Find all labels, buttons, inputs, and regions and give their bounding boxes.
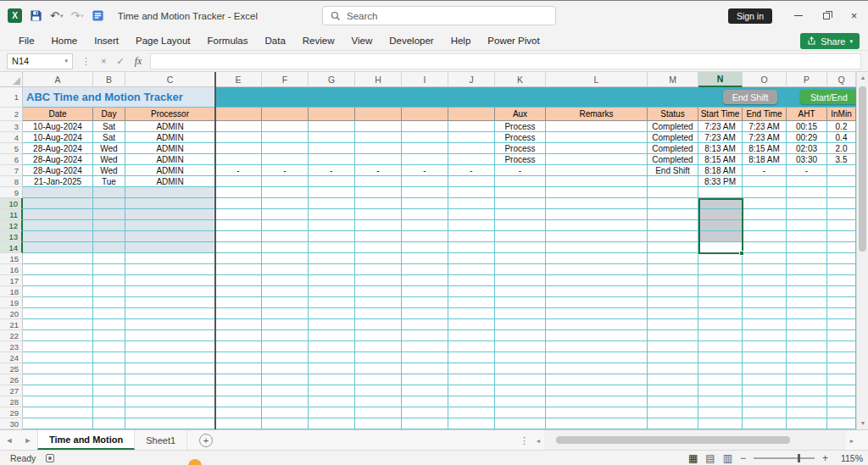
- cell-H23[interactable]: [355, 341, 402, 352]
- cell-K24[interactable]: [495, 352, 546, 363]
- cell-O23[interactable]: [743, 341, 787, 352]
- cell-H29[interactable]: [355, 407, 402, 418]
- tab-data[interactable]: Data: [257, 30, 294, 51]
- macro-record-icon[interactable]: [46, 454, 54, 462]
- cell-Q24[interactable]: [827, 352, 856, 363]
- row-header-16[interactable]: 16: [0, 264, 23, 275]
- cell-Q29[interactable]: [827, 407, 856, 418]
- column-header-C[interactable]: C: [125, 72, 215, 87]
- restore-button[interactable]: [812, 1, 840, 30]
- scroll-left-icon[interactable]: ◄: [532, 438, 544, 444]
- cell-P3[interactable]: 00:15: [787, 121, 827, 132]
- cell-P5[interactable]: 02:03: [787, 143, 827, 154]
- sheet-tab-time-and-motion[interactable]: Time and Motion: [37, 430, 135, 450]
- cell-B26[interactable]: [93, 374, 125, 385]
- cell-G24[interactable]: [309, 352, 355, 363]
- cell-K18[interactable]: [495, 286, 546, 297]
- cell-M13[interactable]: [648, 231, 698, 242]
- cell-Q6[interactable]: 3.5: [827, 154, 856, 165]
- row-header-5[interactable]: 5: [0, 143, 23, 154]
- zoom-in-icon[interactable]: +: [822, 452, 828, 464]
- cell-N22[interactable]: [698, 330, 743, 341]
- cell-A16[interactable]: [23, 264, 93, 275]
- cell-M3[interactable]: Completed: [648, 121, 698, 132]
- cell-E4[interactable]: [215, 132, 262, 143]
- cell-J12[interactable]: [448, 220, 495, 231]
- cell-F25[interactable]: [262, 363, 309, 374]
- cell-G18[interactable]: [309, 286, 355, 297]
- cell-L24[interactable]: [546, 352, 648, 363]
- cell-P13[interactable]: [787, 231, 827, 242]
- cell-B6[interactable]: Wed: [93, 154, 125, 165]
- cell-C29[interactable]: [125, 407, 215, 418]
- cell-Q21[interactable]: [827, 319, 856, 330]
- cell-N5[interactable]: 8:13 AM: [698, 143, 743, 154]
- cell-E14[interactable]: [215, 242, 262, 253]
- cell-G15[interactable]: [309, 253, 355, 264]
- cell-C17[interactable]: [125, 275, 215, 286]
- cell-P27[interactable]: [787, 385, 827, 396]
- cell-K28[interactable]: [495, 396, 546, 407]
- cell-H13[interactable]: [355, 231, 402, 242]
- cell-M19[interactable]: [648, 297, 698, 308]
- cell-P14[interactable]: [787, 242, 827, 253]
- cell-A18[interactable]: [23, 286, 93, 297]
- cell-A30[interactable]: [23, 418, 93, 429]
- cell-A19[interactable]: [23, 297, 93, 308]
- row-header-8[interactable]: 8: [0, 176, 23, 187]
- cell-E27[interactable]: [215, 385, 262, 396]
- cell-L28[interactable]: [546, 396, 648, 407]
- cell-I29[interactable]: [402, 407, 448, 418]
- cell-I18[interactable]: [402, 286, 448, 297]
- share-button[interactable]: Share ▾: [800, 33, 860, 49]
- cell-G17[interactable]: [309, 275, 355, 286]
- cell-L9[interactable]: [546, 187, 648, 198]
- cell-P29[interactable]: [787, 407, 827, 418]
- cell-H11[interactable]: [355, 209, 402, 220]
- cell-O8[interactable]: [743, 176, 787, 187]
- cell-C14[interactable]: [125, 242, 215, 253]
- cell-K12[interactable]: [495, 220, 546, 231]
- cell-O28[interactable]: [743, 396, 787, 407]
- save-icon[interactable]: [30, 9, 42, 22]
- cell-H8[interactable]: [355, 176, 402, 187]
- cell-G6[interactable]: [309, 154, 355, 165]
- column-header-I[interactable]: I: [402, 72, 448, 87]
- cell-K22[interactable]: [495, 330, 546, 341]
- cell-Q27[interactable]: [827, 385, 856, 396]
- cell-L12[interactable]: [546, 220, 648, 231]
- row-header-2[interactable]: 2: [0, 108, 23, 121]
- redo-icon[interactable]: ↷▾: [70, 10, 83, 22]
- cell-N25[interactable]: [698, 363, 743, 374]
- cell-F5[interactable]: [262, 143, 309, 154]
- cell-F16[interactable]: [262, 264, 309, 275]
- tab-review[interactable]: Review: [294, 30, 343, 51]
- cell-O26[interactable]: [743, 374, 787, 385]
- cell-L23[interactable]: [546, 341, 648, 352]
- cell-P22[interactable]: [787, 330, 827, 341]
- cell-L16[interactable]: [546, 264, 648, 275]
- column-header-A[interactable]: A: [23, 72, 93, 87]
- cell-G8[interactable]: [309, 176, 355, 187]
- row-header-7[interactable]: 7: [0, 165, 23, 176]
- cell-K20[interactable]: [495, 308, 546, 319]
- cell-F21[interactable]: [262, 319, 309, 330]
- cell-B29[interactable]: [93, 407, 125, 418]
- cell-E8[interactable]: [215, 176, 262, 187]
- cell-M6[interactable]: Completed: [648, 154, 698, 165]
- cell-N12[interactable]: [698, 220, 743, 231]
- cell-M18[interactable]: [648, 286, 698, 297]
- cell-F19[interactable]: [262, 297, 309, 308]
- cell-P7[interactable]: -: [787, 165, 827, 176]
- cell-I26[interactable]: [402, 374, 448, 385]
- horizontal-scrollbar-track[interactable]: [544, 430, 846, 451]
- cell-O5[interactable]: 8:15 AM: [743, 143, 787, 154]
- cell-P11[interactable]: [787, 209, 827, 220]
- cell-H2[interactable]: [355, 108, 402, 121]
- cell-E30[interactable]: [215, 418, 262, 429]
- cell-B24[interactable]: [93, 352, 125, 363]
- cell-F2[interactable]: [262, 108, 309, 121]
- cell-G20[interactable]: [309, 308, 355, 319]
- close-button[interactable]: ×: [840, 1, 868, 30]
- cell-O20[interactable]: [743, 308, 787, 319]
